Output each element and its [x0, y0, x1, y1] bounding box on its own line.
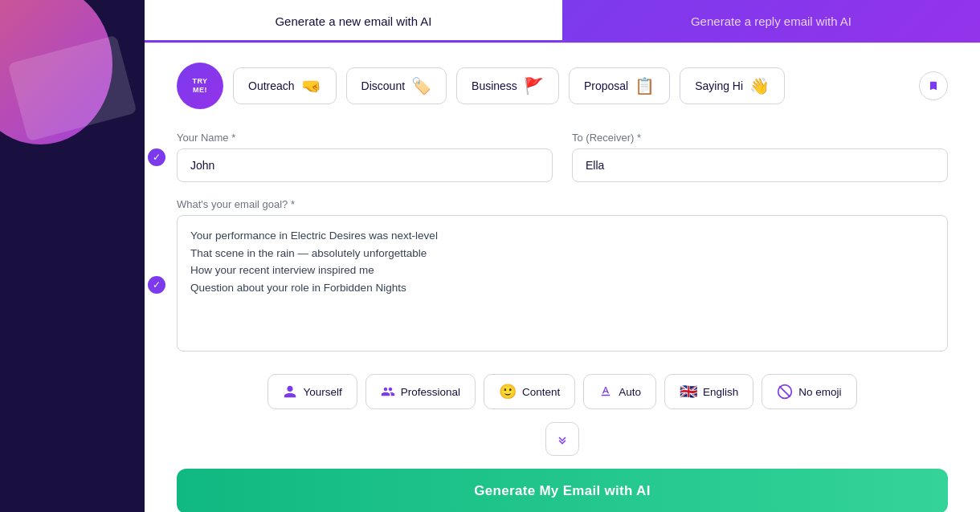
business-emoji: 🚩	[524, 76, 544, 95]
your-name-group: Your Name *	[177, 132, 553, 182]
receiver-input[interactable]	[572, 148, 948, 182]
no-emoji-svg	[777, 384, 793, 400]
check-indicator-names: ✓	[148, 148, 165, 166]
try-me-text: TRY ME!	[192, 77, 207, 95]
yourself-label: Yourself	[303, 386, 341, 398]
proposal-emoji: 📋	[635, 76, 655, 95]
content-label: Content	[522, 386, 560, 398]
try-me-badge: TRY ME!	[177, 63, 223, 109]
generate-email-button[interactable]: Generate My Email with AI	[177, 469, 948, 512]
option-yourself[interactable]: Yourself	[267, 374, 357, 409]
saying-hi-emoji: 👋	[749, 76, 770, 95]
option-content[interactable]: 🙂 Content	[484, 374, 575, 409]
category-btn-outreach[interactable]: Outreach 🤜	[233, 67, 337, 104]
tab-new-email[interactable]: Generate a new email with AI	[145, 0, 562, 43]
content-icon: 🙂	[499, 383, 517, 400]
discount-emoji: 🏷️	[411, 76, 431, 95]
receiver-group: To (Receiver) *	[572, 132, 948, 182]
no-emoji-icon	[777, 384, 793, 400]
email-goal-section: What's your email goal? * ✓ Your perform…	[177, 198, 948, 355]
category-row: TRY ME! Outreach 🤜 Discount 🏷️ Business …	[177, 63, 948, 109]
name-fields-row: ✓ Your Name * To (Receiver) *	[177, 132, 948, 182]
professional-icon	[381, 384, 395, 399]
professional-label: Professional	[401, 386, 460, 398]
email-goal-textarea[interactable]: Your performance in Electric Desires was…	[177, 215, 948, 351]
option-auto[interactable]: Auto	[583, 374, 656, 409]
saying-hi-label: Saying Hi	[695, 79, 743, 92]
tab-reply-email-label: Generate a reply email with AI	[691, 14, 851, 28]
yourself-icon	[283, 384, 297, 399]
chevron-down-icon	[555, 432, 570, 446]
category-btn-business[interactable]: Business 🚩	[456, 67, 559, 104]
auto-icon	[598, 384, 613, 399]
check-indicator-goal: ✓	[148, 276, 165, 294]
option-professional[interactable]: Professional	[365, 374, 476, 409]
business-label: Business	[472, 79, 517, 92]
no-emoji-label: No emoji	[798, 386, 841, 398]
expand-row	[177, 422, 948, 456]
outreach-emoji: 🤜	[301, 76, 321, 95]
discount-label: Discount	[361, 79, 405, 92]
your-name-input[interactable]	[177, 148, 553, 182]
expand-button[interactable]	[545, 422, 579, 456]
options-row: Yourself Professional 🙂 Content Auto 🇬🇧	[177, 374, 948, 409]
tabs-header: Generate a new email with AI Generate a …	[145, 0, 980, 43]
category-btn-discount[interactable]: Discount 🏷️	[346, 67, 447, 104]
tab-reply-email[interactable]: Generate a reply email with AI	[562, 0, 980, 43]
auto-label: Auto	[619, 386, 641, 398]
main-container: Generate a new email with AI Generate a …	[145, 0, 980, 512]
option-no-emoji[interactable]: No emoji	[762, 374, 856, 409]
main-content: TRY ME! Outreach 🤜 Discount 🏷️ Business …	[145, 43, 980, 512]
option-english[interactable]: 🇬🇧 English	[664, 374, 753, 409]
english-label: English	[703, 386, 738, 398]
outreach-label: Outreach	[248, 79, 295, 92]
category-btn-saying-hi[interactable]: Saying Hi 👋	[680, 67, 785, 104]
tab-new-email-label: Generate a new email with AI	[275, 14, 431, 28]
email-goal-label: What's your email goal? *	[177, 198, 948, 210]
english-flag-icon: 🇬🇧	[680, 383, 697, 400]
proposal-label: Proposal	[584, 79, 628, 92]
more-categories-button[interactable]	[919, 71, 948, 100]
svg-line-1	[780, 386, 790, 396]
bookmark-icon	[928, 80, 939, 91]
generate-btn-label: Generate My Email with AI	[474, 483, 650, 498]
your-name-label: Your Name *	[177, 132, 553, 144]
category-btn-proposal[interactable]: Proposal 📋	[569, 67, 670, 104]
receiver-label: To (Receiver) *	[572, 132, 948, 144]
